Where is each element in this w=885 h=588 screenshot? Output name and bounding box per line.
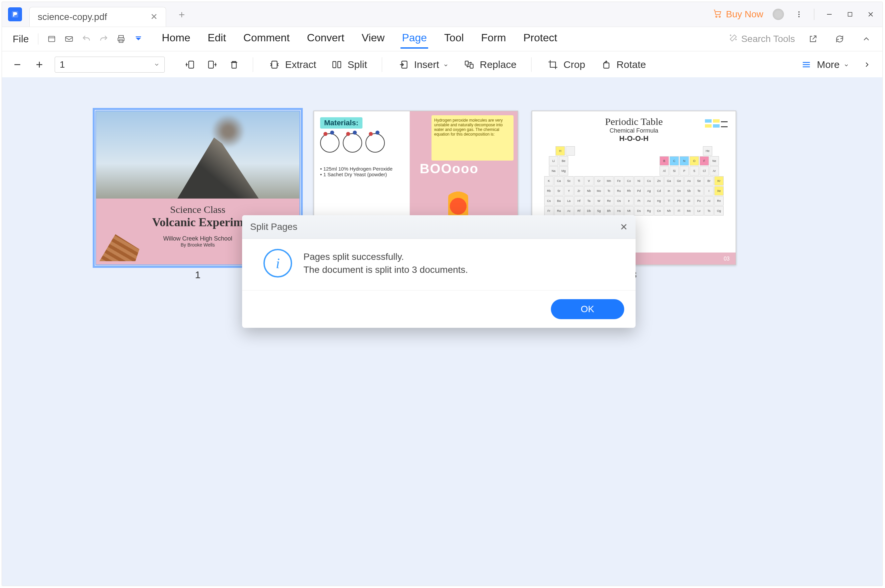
rotate-label: Rotate [617,59,646,70]
search-tools[interactable]: Search Tools [728,33,795,45]
zoom-out-button[interactable] [11,58,24,71]
tab-home[interactable]: Home [160,30,191,49]
print-icon[interactable] [114,32,128,46]
periodic-sub: Chemical Formula [532,127,736,134]
window-minimize-button[interactable] [824,9,835,20]
separator [38,33,38,45]
document-tab-label: science-copy.pdf [38,12,107,22]
undo-icon[interactable] [79,32,94,46]
svg-point-3 [798,11,800,13]
more-button[interactable]: More [797,56,852,73]
thumbnail-3[interactable]: ▬▬ ▬▬ Periodic Table Chemical Formula H-… [531,111,736,586]
extract-icon [268,58,281,71]
page-thumbnail-area: Science Class Volcanic Experim Willow Cr… [2,77,882,586]
crop-icon [546,58,560,71]
materials-tag: Materials: [320,117,363,129]
replace-label: Replace [480,59,516,70]
window-maximize-button[interactable] [844,9,856,20]
thumbnail-2[interactable]: Materials: • 125ml 10% Hydrogen Peroxide… [313,111,518,586]
page-toolbar: 1 Extract Split [2,51,882,78]
separator [531,57,531,72]
split-icon [330,58,343,71]
legend: ▬▬ ▬▬ [705,119,728,128]
document-tab[interactable]: science-copy.pdf ✕ [29,7,166,27]
svg-rect-24 [338,62,341,68]
svg-rect-26 [465,61,468,65]
dialog-message-line2: The document is split into 3 documents. [304,263,468,276]
slide1-line1: Science Class [96,204,300,215]
dialog-message: Pages split successfully. The document i… [304,250,468,276]
sync-icon[interactable] [832,32,847,46]
split-button[interactable]: Split [327,56,369,73]
sticky-note: Hydrogen peroxide molecules are very uns… [432,115,513,160]
tab-view[interactable]: View [360,30,386,49]
svg-rect-12 [119,36,123,38]
thumbnail-1[interactable]: Science Class Volcanic Experim Willow Cr… [95,111,300,586]
periodic-table-grid: HHe LiBeBCNOFNe NaMgAlSiPSClAr KCaScTiVC… [538,146,730,216]
svg-rect-27 [470,64,473,68]
svg-rect-19 [189,61,194,68]
tab-page[interactable]: Page [400,30,428,49]
app-logo-icon [8,8,22,21]
close-tab-icon[interactable]: ✕ [151,12,158,22]
materials-item-1: • 125ml 10% Hydrogen Peroxide [320,166,403,172]
rotate-icon [599,58,613,71]
insert-page-left-icon[interactable] [184,58,197,71]
chevron-down-icon [844,59,849,70]
menubar: File Home Edit Comment Convert View Page… [2,27,882,51]
titlebar: science-copy.pdf ✕ ＋ Buy Now [2,2,882,27]
split-label: Split [348,59,367,70]
page-number-select[interactable]: 1 [55,57,165,73]
buy-now-button[interactable]: Buy Now [713,8,763,21]
ok-button[interactable]: OK [551,299,624,319]
chevron-down-icon [154,59,160,70]
svg-rect-15 [136,36,141,37]
more-icon [800,58,813,71]
info-icon: i [263,249,292,278]
split-pages-dialog: Split Pages ✕ i Pages split successfully… [242,215,635,328]
tab-comment[interactable]: Comment [242,30,291,49]
customize-qat-icon[interactable] [131,32,146,46]
tab-edit[interactable]: Edit [206,30,227,49]
overflow-right-icon[interactable] [860,58,874,71]
replace-icon [462,58,476,71]
insert-label: Insert [414,59,439,70]
popout-icon[interactable] [806,32,820,46]
svg-rect-21 [232,62,236,68]
page-number-value: 1 [60,59,65,70]
tab-protect[interactable]: Protect [522,30,558,49]
more-label: More [817,59,840,70]
extract-button[interactable]: Extract [265,56,319,73]
zoom-in-button[interactable] [33,58,46,71]
svg-point-5 [798,16,800,17]
kebab-menu-icon[interactable] [793,9,805,20]
insert-button[interactable]: Insert [394,56,451,73]
cart-icon [713,8,722,21]
open-icon[interactable] [44,32,59,46]
thumbnail-1-label: 1 [195,269,201,280]
window-close-button[interactable] [865,9,876,20]
insert-page-right-icon[interactable] [205,58,219,71]
separator [253,57,253,72]
dialog-close-button[interactable]: ✕ [620,222,628,232]
mail-icon[interactable] [62,32,76,46]
svg-point-4 [798,14,800,15]
boo-text: BOOooo [420,161,479,176]
periodic-formula: H-O-O-H [532,134,736,143]
delete-page-icon[interactable] [227,58,241,71]
user-avatar[interactable] [773,9,784,20]
file-menu[interactable]: File [8,32,33,46]
collapse-ribbon-icon[interactable] [859,32,874,46]
buy-now-label: Buy Now [726,9,763,20]
tab-tool[interactable]: Tool [443,30,465,49]
new-tab-button[interactable]: ＋ [173,6,191,23]
replace-button[interactable]: Replace [460,56,519,73]
chevron-down-icon [443,59,449,70]
dialog-title: Split Pages [250,222,298,232]
ribbon-tabs: Home Edit Comment Convert View Page Tool… [160,30,558,49]
redo-icon[interactable] [96,32,111,46]
tab-form[interactable]: Form [480,30,507,49]
crop-button[interactable]: Crop [543,56,588,73]
rotate-button[interactable]: Rotate [596,56,649,73]
tab-convert[interactable]: Convert [306,30,346,49]
